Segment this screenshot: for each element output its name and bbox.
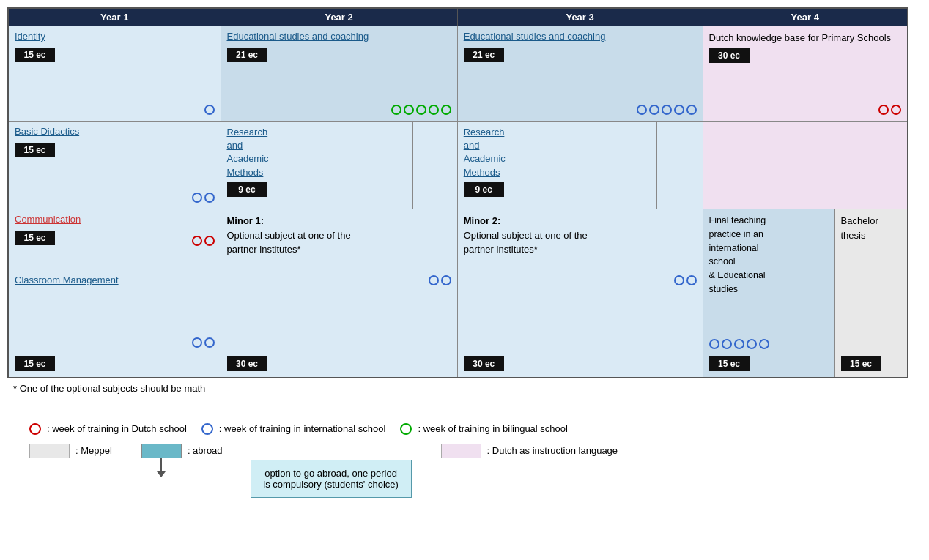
legend-blue-label: : week of training in international scho… — [219, 423, 386, 434]
final-circle-5 — [759, 339, 769, 349]
legend-blue-circle — [201, 423, 213, 435]
abroad-arrow-line — [160, 458, 162, 471]
minor1-circle-1 — [429, 275, 439, 285]
final-circle-4 — [747, 339, 757, 349]
year4-final-ec: 15 ec — [709, 356, 750, 371]
year4-empty-mid — [703, 122, 908, 209]
minor2-circle-2 — [686, 275, 697, 285]
abroad-arrow-container — [141, 444, 182, 477]
year4-dutch-cell: Dutch knowledge base for Primary Schools… — [703, 26, 908, 122]
communication-title: Communication — [15, 214, 215, 225]
basic-didactics-title: Basic Didactics — [15, 126, 215, 137]
year2-research-cell: ResearchandAcademicMethods 9 ec — [221, 122, 413, 209]
circle-blue — [204, 105, 215, 115]
identity-title: Identity — [15, 31, 215, 42]
meppel-legend: : Meppel — [29, 444, 112, 458]
dutch-legend: : Dutch as instruction language — [441, 444, 618, 458]
year4-bachelor-cell: Bachelor thesis 15 ec — [834, 209, 908, 378]
circle-blue-a — [192, 193, 202, 203]
year4-final-title: Final teaching practice in an internatio… — [709, 214, 829, 296]
circle-blue-1 — [637, 105, 647, 115]
year2-green-circles — [391, 105, 451, 115]
curriculum-table: Year 1 Year 2 Year 3 Year 4 Identity 15 … — [7, 7, 908, 378]
circle-green-4 — [429, 105, 439, 115]
legend-red-circle — [29, 423, 41, 435]
meppel-box — [29, 444, 70, 458]
year2-research-title: ResearchandAcademicMethods — [227, 126, 407, 179]
circle-blue-4 — [674, 105, 684, 115]
comm-circle-red-1 — [192, 236, 202, 246]
final-circle-3 — [734, 339, 744, 349]
year3-research-title: ResearchandAcademicMethods — [464, 126, 651, 179]
abroad-description-box: option to go abroad, one period is compu… — [251, 460, 412, 498]
year1-identity-cell: Identity 15 ec — [8, 26, 221, 122]
class-circle-blue-2 — [204, 337, 215, 348]
comm-circle-red-2 — [204, 236, 215, 246]
year4-header: Year 4 — [703, 8, 908, 26]
final-circle-1 — [709, 339, 719, 349]
year3-minor-text: Minor 2: Optional subject at one of the … — [464, 214, 697, 257]
year4-dutch-ec: 30 ec — [709, 48, 750, 63]
circle-red-1 — [878, 105, 889, 115]
legend-boxes-row: : Meppel : abroad option to go abroad, o… — [29, 444, 922, 498]
circle-red-2 — [891, 105, 901, 115]
basic-didactics-circles — [192, 193, 215, 203]
meppel-label: : Meppel — [75, 445, 112, 456]
dutch-box — [441, 444, 481, 458]
year3-research-ec: 9 ec — [464, 182, 504, 197]
circle-blue-2 — [649, 105, 659, 115]
year2-research-ec: 9 ec — [227, 182, 267, 197]
year4-bachelor-title: Bachelor thesis — [841, 214, 902, 242]
year3-blue-circles — [637, 105, 697, 115]
footer-note: * One of the optional subjects should be… — [7, 383, 922, 394]
circle-blue-5 — [686, 105, 697, 115]
year3-research-cell: ResearchandAcademicMethods 9 ec — [457, 122, 656, 209]
year4-final-cell: Final teaching practice in an internatio… — [703, 209, 834, 378]
circle-green-3 — [416, 105, 426, 115]
legend-green-label: : week of training in bilingual school — [418, 423, 568, 434]
year2-edstudies-cell: Educational studies and coaching 21 ec — [221, 26, 457, 122]
abroad-box — [141, 444, 182, 458]
year2-minor-ec: 30 ec — [227, 356, 267, 371]
minor2-circle-1 — [674, 275, 684, 285]
year3-minor2-cell: Minor 2: Optional subject at one of the … — [457, 209, 703, 378]
year2-empty-mid — [413, 122, 457, 209]
circle-green-2 — [404, 105, 414, 115]
circle-green-1 — [391, 105, 401, 115]
classroom-management-title: Classroom Management — [15, 275, 215, 285]
abroad-legend: : abroad option to go abroad, one period… — [141, 444, 412, 498]
year2-minor1-cell: Minor 1: Optional subject at one of the … — [221, 209, 457, 378]
year1-header: Year 1 — [8, 8, 221, 26]
year2-edstudies-ec: 21 ec — [227, 48, 267, 62]
abroad-description: option to go abroad, one period is compu… — [263, 468, 399, 490]
year3-edstudies-cell: Educational studies and coaching 21 ec — [457, 26, 703, 122]
abroad-arrow-head — [157, 471, 166, 477]
legend-red-label: : week of training in Dutch school — [47, 423, 187, 434]
identity-ec: 15 ec — [15, 48, 55, 62]
dutch-label: : Dutch as instruction language — [487, 445, 618, 456]
year2-minor-text: Minor 1: Optional subject at one of the … — [227, 214, 451, 257]
identity-circles — [204, 105, 215, 115]
year3-edstudies-title: Educational studies and coaching — [464, 31, 697, 42]
circle-blue-b — [204, 193, 215, 203]
legend-circles-row: : week of training in Dutch school : wee… — [29, 423, 922, 435]
year3-minor-ec: 30 ec — [464, 356, 504, 371]
year3-header: Year 3 — [457, 8, 703, 26]
circle-green-5 — [441, 105, 451, 115]
year1-basicdidactics-cell: Basic Didactics 15 ec — [8, 122, 221, 209]
legend-section: : week of training in Dutch school : wee… — [7, 423, 922, 498]
year4-dutch-title: Dutch knowledge base for Primary Schools — [709, 31, 902, 45]
abroad-label: : abroad — [188, 445, 223, 456]
year1-comm-classroom-cell: Communication 15 ec Classroom Management… — [8, 209, 221, 378]
year4-bachelor-ec: 15 ec — [841, 356, 881, 371]
legend-green-circle — [400, 423, 412, 435]
year4-red-circles — [878, 105, 901, 115]
circle-blue-3 — [662, 105, 672, 115]
year2-edstudies-title: Educational studies and coaching — [227, 31, 451, 42]
basic-didactics-ec: 15 ec — [15, 143, 55, 157]
final-circle-2 — [722, 339, 732, 349]
class-circle-blue-1 — [192, 337, 202, 348]
communication-ec: 15 ec — [15, 231, 55, 245]
minor1-circle-2 — [441, 275, 451, 285]
year2-header: Year 2 — [221, 8, 457, 26]
